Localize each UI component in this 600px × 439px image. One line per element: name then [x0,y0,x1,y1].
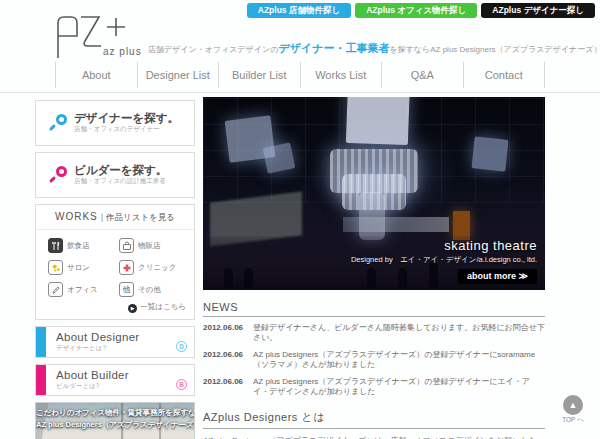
hero-caption: skating theatre Designed by エイ・アイ・デザイン/a… [351,238,537,265]
nav-designer-list[interactable]: Designer List [137,62,219,88]
office-property-banner[interactable]: こだわりのオフィス物件・賃貸事務所を探すなら AZ plus Designers… [35,402,195,439]
news-text: 登録デザイナーさん、ビルダーさん随時募集しております。お気軽にお問合せ下さい。 [253,323,545,344]
nav-about[interactable]: About [55,62,137,88]
logo-wordmark: az plus [103,46,142,57]
about-builder-subtitle: ビルダーとは? [56,382,129,391]
back-to-top-label: TOP へ [559,416,587,425]
works-category-label: 飲食店 [67,241,90,251]
designer-search-button[interactable]: AZplus デザイナー探し [481,3,595,18]
news-row: 2012.06.06 AZ plus Designers（アズプラスデザイナーズ… [203,377,545,398]
medical-cross-icon [119,260,134,275]
other-icon: 他 [119,282,134,297]
sparkles-icon [48,260,63,275]
main-content: skating theatre Designed by エイ・アイ・デザイン/a… [203,97,545,439]
hero-chandelier [359,192,385,240]
about-designer-subtitle: デザイナーとは? [56,344,139,353]
tagline-post: を探すならAZ plus Designers（アズプラスデザイナーズ） [389,45,600,54]
works-category-clinic[interactable]: クリニック [119,260,188,275]
hero-credit: Designed by エイ・アイ・デザイン/a.i.design co., l… [351,255,537,265]
hero-silhouette [224,268,233,288]
works-list-link-label: 一覧はこちら [140,302,186,311]
hero-lantern [472,136,509,171]
news-section: NEWS 2012.06.06 登録デザイナーさん、ビルダーさん随時募集しており… [203,301,545,397]
nav-contact[interactable]: Contact [463,62,545,88]
about-builder-box[interactable]: About Builder ビルダーとは? B [35,364,195,396]
works-category-retail[interactable]: 物販店 [119,238,188,253]
nav-builder-list[interactable]: Builder List [218,62,300,88]
news-text: AZ plus Designers（アズプラスデザイナーズ）の登録デザイナーにs… [253,350,545,371]
search-icon [49,166,67,184]
nav-works-list[interactable]: Works List [300,62,382,88]
works-list-link[interactable]: ▶一覧はこちら [36,301,194,319]
hero-silhouette [244,268,253,288]
arrow-circle-icon: ▶ [128,304,137,313]
works-box: WORKS｜作品リストを見る 飲食店 物販店 サロン [35,204,195,320]
about-section-header: AZplus Designers とは [203,410,545,429]
works-category-label: オフィス [67,285,98,295]
shop-icon [119,238,134,253]
news-date: 2012.06.06 [203,377,253,398]
back-to-top-button[interactable]: ▲ TOP へ [559,395,587,425]
works-header-jp: 作品リストを見る [106,212,175,222]
works-header-separator: ｜ [98,212,106,222]
site-tagline: 店舗デザイン・オフィスデザインのデザイナー・工事業者を探すならAZ plus D… [148,41,593,56]
works-category-label: クリニック [138,263,176,273]
hero-silhouette [429,262,438,288]
office-property-search-button[interactable]: AZplus オフィス物件探し [355,3,477,18]
news-row: 2012.06.06 登録デザイナーさん、ビルダーさん随時募集しております。お気… [203,323,545,344]
sidebar: デザイナーを探す。 店舗・オフィスのデザイナー ビルダーを探す。 店舗・オフィス… [35,100,195,439]
accent-bar [36,365,46,395]
hero-silhouette [398,268,407,288]
hero-title: skating theatre [351,238,537,253]
designer-search-box[interactable]: デザイナーを探す。 店舗・オフィスのデザイナー [35,100,195,146]
news-date: 2012.06.06 [203,323,253,344]
main-nav: About Designer List Builder List Works L… [55,62,545,88]
about-more-button[interactable]: about more ≫ [458,269,537,284]
about-section: AZplus Designers とは AZ plus Designers（アズ… [203,410,545,439]
banner-line1: こだわりのオフィス物件・賃貸事務所を探すなら [36,408,194,418]
tagline-highlight: デザイナー・工事業者 [278,42,389,54]
hero-bar [343,217,449,232]
news-row: 2012.06.06 AZ plus Designers（アズプラスデザイナーズ… [203,350,545,371]
az-plus-logo[interactable]: az plus [55,13,150,59]
designer-search-subtitle: 店舗・オフィスのデザイナー [74,125,179,134]
works-category-label: 物販店 [138,241,161,251]
tagline-pre: 店舗デザイン・オフィスデザインの [148,45,278,54]
builder-search-box[interactable]: ビルダーを探す。 店舗・オフィスの設計施工業者 [35,152,195,198]
works-category-label: サロン [67,263,90,273]
news-text: AZ plus Designers（アズプラスデザイナーズ）の登録デザイナーにエ… [253,377,545,398]
news-header: NEWS [203,301,545,317]
builder-badge-icon: B [176,379,187,390]
header-divider [0,92,600,93]
works-category-office[interactable]: オフィス [48,282,117,297]
search-icon [49,114,67,132]
header-quick-links: AZplus 店舗物件探し AZplus オフィス物件探し AZplus デザイ… [247,3,595,18]
works-header-en: WORKS [55,211,98,222]
builder-search-subtitle: 店舗・オフィスの設計施工業者 [74,177,167,186]
hero-silhouette [367,268,376,288]
hero-image[interactable]: skating theatre Designed by エイ・アイ・デザイン/a… [203,97,545,290]
up-arrow-icon: ▲ [563,395,583,415]
accent-bar [36,327,46,357]
banner-line2: AZ plus Designers（アズプラスデザイナーズ） [36,420,194,430]
about-section-body: AZ plus Designers（アズプラスデザイナーズ）は、店舗、オフィスの… [203,435,545,439]
designer-search-title: デザイナーを探す。 [74,112,179,126]
pencil-icon [48,282,63,297]
shop-property-search-button[interactable]: AZplus 店舗物件探し [247,3,351,18]
works-header[interactable]: WORKS｜作品リストを見る [36,205,194,230]
utensils-icon [48,238,63,253]
works-category-grid: 飲食店 物販店 サロン クリニック [36,230,194,301]
designer-badge-icon: D [176,341,187,352]
about-builder-title: About Builder [56,369,129,382]
hero-lantern [345,97,409,145]
about-designer-title: About Designer [56,331,139,344]
builder-search-title: ビルダーを探す。 [74,164,167,178]
news-date: 2012.06.06 [203,350,253,371]
about-designer-box[interactable]: About Designer デザイナーとは? D [35,326,195,358]
works-category-other[interactable]: 他 その他 [119,282,188,297]
works-category-label: その他 [138,285,161,295]
nav-qa[interactable]: Q&A [381,62,463,88]
works-category-salon[interactable]: サロン [48,260,117,275]
works-category-restaurant[interactable]: 飲食店 [48,238,117,253]
